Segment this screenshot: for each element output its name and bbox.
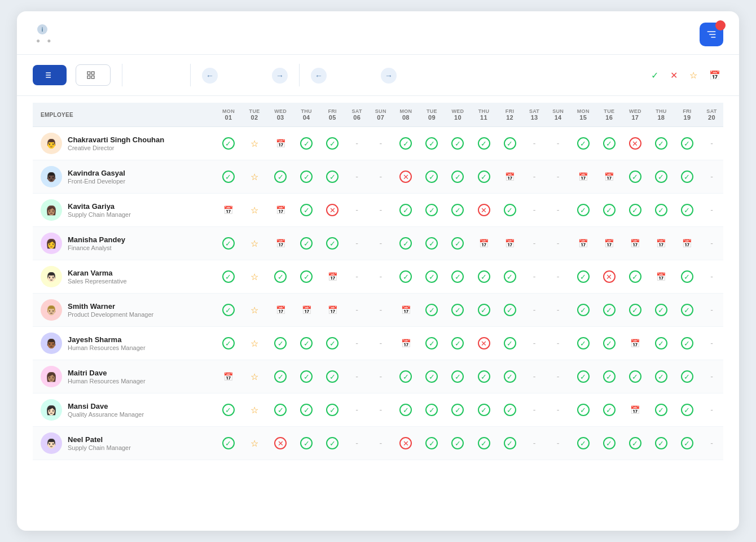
attendance-day-08: 📅	[393, 327, 419, 360]
present-status: ✓	[504, 370, 516, 383]
attendance-day-06: -	[345, 360, 368, 394]
present-status: ✓	[478, 370, 490, 383]
attendance-day-01: ✓	[216, 294, 241, 327]
attendance-day-20: -	[700, 260, 723, 294]
attendance-day-10: ✓	[445, 160, 471, 194]
attendance-day-14: -	[546, 427, 570, 460]
present-status: ✓	[222, 171, 235, 183]
year-next-button[interactable]: →	[381, 68, 397, 84]
absent-status: ✕	[478, 337, 490, 349]
present-status: ✓	[655, 304, 667, 316]
employee-name: Kavindra Gasyal	[68, 169, 125, 178]
present-status: ✓	[425, 204, 438, 216]
attendance-day-12: ✓	[497, 260, 523, 294]
attendance-day-15: 📅	[570, 227, 596, 260]
present-status: ✓	[577, 137, 590, 150]
present-status: ✓	[300, 237, 313, 250]
present-status: ✓	[300, 337, 313, 349]
employee-name: Chakravarti Singh Chouhan	[68, 136, 164, 145]
no-status: -	[710, 239, 713, 248]
attendance-day-07: -	[368, 427, 393, 460]
attendance-day-06: -	[345, 127, 368, 160]
present-status: ✓	[222, 437, 235, 449]
employee-name: Maitri Dave	[68, 369, 146, 378]
attendance-day-18: ✓	[648, 160, 674, 194]
attendance-day-06: -	[345, 260, 368, 294]
present-status: ✓	[399, 270, 412, 283]
present-status: ✓	[655, 171, 667, 183]
no-status: -	[379, 139, 382, 148]
no-status: -	[355, 272, 358, 281]
detail-view-button[interactable]	[76, 64, 111, 86]
divider2	[190, 64, 191, 86]
present-status: ✓	[425, 337, 438, 349]
present-status: ✓	[655, 404, 667, 416]
attendance-day-13: -	[523, 127, 546, 160]
attendance-day-13: -	[523, 160, 546, 194]
svg-rect-10	[91, 72, 94, 75]
notification-badge	[715, 20, 726, 30]
leave-icon: 📅	[709, 70, 720, 81]
info-icon[interactable]: i	[37, 24, 47, 34]
attendance-day-05: ✓	[319, 227, 345, 260]
present-status: ✓	[681, 304, 693, 316]
attendance-day-18: 📅	[648, 260, 674, 294]
present-status: ✓	[300, 204, 313, 216]
month-prev-button[interactable]: ←	[202, 68, 218, 84]
attendance-day-13: -	[523, 227, 546, 260]
present-status: ✓	[222, 137, 235, 150]
attendance-day-08: ✕	[393, 427, 419, 460]
attendance-day-04: ✓	[293, 427, 319, 460]
attendance-sheet-button[interactable]	[33, 65, 67, 85]
avatar: 👩	[41, 233, 62, 254]
day-col-13: SAT13	[523, 103, 546, 127]
present-status: ✓	[399, 237, 412, 250]
day-col-05: FRI05	[319, 103, 345, 127]
filter-button[interactable]	[700, 23, 723, 46]
table-row: 👩🏽 Maitri Dave Human Resources Manager 📅…	[33, 360, 723, 394]
day-col-16: TUE16	[596, 103, 622, 127]
employee-role: Quality Assurance Manager	[68, 411, 144, 418]
absent-status: ✕	[603, 270, 616, 283]
leave-status: 📅	[577, 171, 590, 183]
present-status: ✓	[603, 337, 616, 349]
attendance-day-08: 📅	[393, 294, 419, 327]
no-status: -	[355, 405, 358, 414]
attendance-day-13: -	[523, 427, 546, 460]
present-status: ✓	[504, 270, 516, 283]
present-status: ✓	[399, 204, 412, 216]
attendance-day-06: -	[345, 427, 368, 460]
no-status: -	[533, 172, 536, 181]
attendance-day-05: ✓	[319, 394, 345, 427]
employee-cell: 👩🏽 Kavita Gariya Supply Chain Manager	[33, 194, 216, 227]
present-status: ✓	[603, 370, 616, 383]
present-status: ✓	[451, 304, 464, 316]
present-status: ✓	[451, 137, 464, 150]
attendance-day-17: ✓	[622, 360, 648, 394]
attendance-day-20: -	[700, 127, 723, 160]
month-next-button[interactable]: →	[272, 68, 288, 84]
attendance-day-13: -	[523, 294, 546, 327]
attendance-day-16: ✓	[596, 194, 622, 227]
attendance-day-08: ✓	[393, 227, 419, 260]
attendance-day-03: 📅	[267, 127, 293, 160]
present-status: ✓	[478, 304, 490, 316]
year-prev-button[interactable]: ←	[311, 68, 327, 84]
attendance-day-19: ✓	[674, 327, 700, 360]
present-status: ✓	[681, 404, 693, 416]
present-status: ✓	[478, 270, 490, 283]
avatar: 👩🏽	[41, 366, 62, 387]
no-status: -	[557, 272, 560, 281]
breadcrumb: ● ●	[33, 37, 55, 45]
attendance-day-01: 📅	[216, 360, 241, 394]
attendance-day-01: 📅	[216, 194, 241, 227]
attendance-day-18: ✓	[648, 294, 674, 327]
attendance-day-19: 📅	[674, 227, 700, 260]
attendance-day-14: -	[546, 327, 570, 360]
absent-status: ✕	[478, 204, 490, 216]
attendance-day-07: -	[368, 394, 393, 427]
attendance-day-03: ✓	[267, 360, 293, 394]
attendance-day-08: ✓	[393, 127, 419, 160]
attendance-day-09: ✓	[419, 260, 445, 294]
present-status: ✓	[603, 404, 616, 416]
